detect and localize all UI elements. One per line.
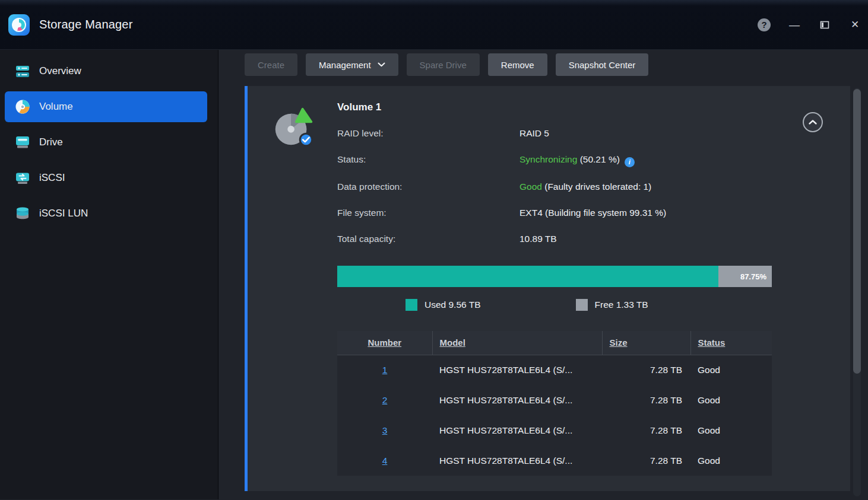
spare-drive-button: Spare Drive bbox=[407, 53, 480, 76]
drives-table-header: Number Model Size Status bbox=[337, 331, 772, 355]
info-icon[interactable]: i bbox=[625, 157, 635, 167]
raid-level-row: RAID level: RAID 5 bbox=[337, 126, 772, 140]
maximize-button[interactable] bbox=[818, 18, 832, 32]
status-highlight: Synchronizing bbox=[519, 154, 577, 164]
drive-number-link[interactable]: 1 bbox=[382, 365, 388, 375]
window-title: Storage Manager bbox=[39, 18, 133, 31]
status-value: Synchronizing (50.21 %)i bbox=[519, 152, 635, 167]
file-system-label: File system: bbox=[337, 206, 519, 219]
sidebar-item-label: iSCSI bbox=[39, 172, 65, 184]
column-header-model[interactable]: Model bbox=[432, 331, 602, 355]
minimize-icon: — bbox=[789, 20, 800, 30]
data-protection-highlight: Good bbox=[519, 181, 542, 192]
usage-bar-fill bbox=[337, 266, 718, 287]
maximize-icon bbox=[820, 21, 829, 29]
volume-details: Volume 1 RAID level: RAID 5 Status: Sync… bbox=[337, 100, 772, 476]
iscsi-icon bbox=[14, 170, 31, 186]
data-protection-row: Data protection: Good (Faulty drives tol… bbox=[337, 180, 772, 193]
minimize-button[interactable]: — bbox=[787, 18, 802, 32]
data-protection-rest: (Faulty drives tolerated: 1) bbox=[542, 181, 651, 192]
app-body: Overview Volume Drive bbox=[0, 50, 868, 499]
file-system-value: EXT4 (Building file system 99.31 %) bbox=[519, 206, 666, 219]
drive-number-link[interactable]: 4 bbox=[382, 456, 388, 466]
sidebar: Overview Volume Drive bbox=[0, 50, 218, 499]
volume-panel: Volume 1 RAID level: RAID 5 Status: Sync… bbox=[245, 86, 850, 491]
drive-icon bbox=[14, 134, 31, 151]
total-capacity-label: Total capacity: bbox=[337, 232, 519, 246]
sidebar-item-label: iSCSI LUN bbox=[39, 208, 88, 219]
help-icon: ? bbox=[758, 18, 771, 31]
titlebar: Storage Manager ? — ✕ bbox=[0, 0, 868, 50]
overview-icon bbox=[14, 63, 31, 79]
drive-size: 7.28 TB bbox=[602, 445, 690, 476]
usage-legend: Used 9.56 TB Free 1.33 TB bbox=[337, 299, 772, 311]
drive-size: 7.28 TB bbox=[602, 355, 690, 385]
collapse-panel-button[interactable] bbox=[803, 112, 823, 132]
table-row: 2 HGST HUS728T8TALE6L4 (S/... 7.28 TB Go… bbox=[337, 385, 772, 415]
volume-title: Volume 1 bbox=[337, 101, 772, 113]
chevron-up-icon bbox=[808, 119, 818, 125]
chevron-down-icon bbox=[378, 62, 385, 67]
sidebar-item-label: Overview bbox=[39, 65, 81, 77]
help-button[interactable]: ? bbox=[757, 18, 771, 32]
drive-model: HGST HUS728T8TALE6L4 (S/... bbox=[432, 355, 602, 385]
volume-disk-icon bbox=[270, 105, 316, 151]
drive-status: Good bbox=[690, 355, 772, 385]
drive-status: Good bbox=[690, 415, 772, 445]
raid-level-label: RAID level: bbox=[337, 126, 519, 140]
file-system-row: File system: EXT4 (Building file system … bbox=[337, 206, 772, 219]
management-button-label: Management bbox=[319, 60, 371, 70]
snapshot-center-button[interactable]: Snapshot Center bbox=[556, 53, 649, 76]
drives-table: Number Model Size Status 1 HGST HUS728T8… bbox=[337, 331, 772, 476]
drive-number-link[interactable]: 3 bbox=[382, 425, 388, 435]
column-header-size[interactable]: Size bbox=[602, 331, 690, 355]
used-label: Used 9.56 TB bbox=[425, 300, 481, 310]
vertical-scrollbar[interactable] bbox=[853, 88, 861, 496]
status-row: Status: Synchronizing (50.21 %)i bbox=[337, 152, 772, 167]
table-row: 1 HGST HUS728T8TALE6L4 (S/... 7.28 TB Go… bbox=[337, 355, 772, 385]
status-rest: (50.21 %) bbox=[577, 154, 620, 164]
drive-model: HGST HUS728T8TALE6L4 (S/... bbox=[432, 385, 602, 415]
drive-size: 7.28 TB bbox=[602, 385, 690, 415]
toolbar: Create Management Spare Drive Remove Sna… bbox=[245, 53, 648, 76]
volume-icon bbox=[14, 98, 31, 115]
status-label: Status: bbox=[337, 152, 519, 167]
remove-button[interactable]: Remove bbox=[488, 53, 547, 76]
data-protection-label: Data protection: bbox=[337, 180, 519, 193]
close-icon: ✕ bbox=[851, 20, 859, 30]
management-button[interactable]: Management bbox=[306, 53, 398, 76]
scrollbar-thumb[interactable] bbox=[853, 89, 861, 374]
free-label: Free 1.33 TB bbox=[595, 300, 648, 310]
total-capacity-value: 10.89 TB bbox=[519, 232, 557, 246]
window-controls: ? — ✕ bbox=[757, 18, 862, 32]
drive-model: HGST HUS728T8TALE6L4 (S/... bbox=[432, 415, 602, 445]
total-capacity-row: Total capacity: 10.89 TB bbox=[337, 232, 772, 246]
create-button: Create bbox=[245, 53, 297, 76]
sidebar-item-label: Volume bbox=[39, 101, 73, 113]
drive-status: Good bbox=[690, 445, 772, 476]
drive-size: 7.28 TB bbox=[602, 415, 690, 445]
sidebar-item-overview[interactable]: Overview bbox=[5, 56, 207, 87]
drive-status: Good bbox=[690, 385, 772, 415]
table-row: 4 HGST HUS728T8TALE6L4 (S/... 7.28 TB Go… bbox=[337, 445, 772, 476]
table-row: 3 HGST HUS728T8TALE6L4 (S/... 7.28 TB Go… bbox=[337, 415, 772, 445]
data-protection-value: Good (Faulty drives tolerated: 1) bbox=[519, 180, 651, 193]
column-header-number[interactable]: Number bbox=[337, 331, 432, 355]
sidebar-item-iscsi[interactable]: iSCSI bbox=[5, 163, 207, 193]
main-content: Create Management Spare Drive Remove Sna… bbox=[218, 50, 868, 499]
sidebar-item-drive[interactable]: Drive bbox=[5, 127, 207, 158]
drive-model: HGST HUS728T8TALE6L4 (S/... bbox=[432, 445, 602, 476]
iscsi-lun-icon bbox=[14, 205, 31, 222]
disk-hole-glyph bbox=[17, 23, 21, 27]
raid-level-value: RAID 5 bbox=[519, 126, 549, 140]
sidebar-item-label: Drive bbox=[39, 136, 63, 148]
storage-manager-app-icon bbox=[8, 14, 30, 36]
sidebar-item-volume[interactable]: Volume bbox=[5, 91, 207, 122]
free-swatch bbox=[576, 299, 588, 311]
usage-bar: 87.75% bbox=[337, 266, 772, 287]
sidebar-item-iscsi-lun[interactable]: iSCSI LUN bbox=[5, 198, 207, 229]
close-button[interactable]: ✕ bbox=[848, 18, 862, 32]
drive-number-link[interactable]: 2 bbox=[382, 395, 388, 405]
used-swatch bbox=[406, 299, 417, 311]
column-header-status[interactable]: Status bbox=[690, 331, 772, 355]
